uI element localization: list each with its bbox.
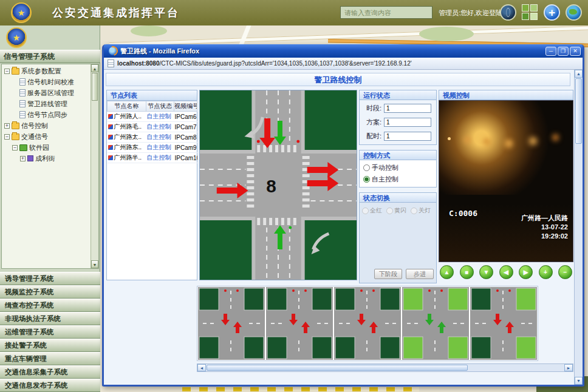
scroll-left-icon[interactable]: ◄ bbox=[197, 364, 206, 371]
subsystem-item[interactable]: 缉查布控子系统 bbox=[0, 299, 100, 312]
sidebar-system-title[interactable]: 信号管理子系统 bbox=[0, 50, 100, 63]
subsystem-item[interactable]: 接处警子系统 bbox=[0, 339, 100, 352]
firefox-window: 警卫路线 - Mozilla Firefox ─ ❐ ✕ localhost:8… bbox=[102, 44, 584, 387]
expand-icon[interactable]: + bbox=[4, 123, 10, 129]
node-name-cell: 广州路人.. bbox=[108, 112, 146, 122]
header-icons: + bbox=[500, 4, 582, 21]
scroll-up-icon[interactable]: ▲ bbox=[91, 64, 98, 72]
node-name-cell: 广州路东.. bbox=[108, 143, 146, 153]
page-title: 警卫路线控制 bbox=[106, 73, 570, 86]
left-arrow-icon: ◀ bbox=[504, 269, 508, 275]
sidebar: ★ 信号管理子系统 −系统参数配置信号机时间校准服务器区域管理警卫路线管理信号节… bbox=[0, 25, 100, 392]
node-status-cell[interactable]: 自主控制 bbox=[146, 143, 174, 153]
next-phase-button[interactable]: 下阶段 bbox=[374, 269, 402, 279]
doc-icon bbox=[19, 111, 26, 118]
folder-green-icon bbox=[19, 144, 27, 151]
state-radio bbox=[386, 208, 393, 214]
map-green-area bbox=[131, 25, 167, 36]
tree-scrollbar[interactable]: ▲ ▼ bbox=[91, 64, 98, 268]
node-name-cell: 广州路毛.. bbox=[108, 122, 146, 132]
phase-thumbnail[interactable] bbox=[198, 287, 265, 360]
page-icon bbox=[108, 59, 114, 67]
node-row[interactable]: 广州路人.. 自主控制 IPCam6 bbox=[108, 112, 197, 122]
tree-item[interactable]: −软件园 bbox=[2, 142, 91, 153]
up-arrow-icon: ▲ bbox=[444, 269, 450, 275]
subsystem-item[interactable]: 交通信息发布子系统 bbox=[0, 379, 100, 392]
tree-item[interactable]: +信号控制 bbox=[2, 120, 91, 131]
phase-thumbnail[interactable] bbox=[266, 287, 333, 360]
node-status-cell[interactable]: 自主控制 bbox=[146, 122, 174, 132]
period-input[interactable] bbox=[384, 104, 431, 113]
collapse-icon[interactable]: − bbox=[4, 134, 10, 140]
control-mode-radio[interactable] bbox=[363, 164, 370, 171]
control-mode-option[interactable]: 手动控制 bbox=[363, 163, 432, 172]
tree-item[interactable]: 警卫路线管理 bbox=[2, 98, 91, 109]
vscroll-thumb[interactable] bbox=[575, 78, 582, 144]
phase-thumbnail[interactable] bbox=[470, 287, 537, 360]
horizontal-scrollbar[interactable]: ◄ ► bbox=[197, 363, 573, 372]
subsystem-item[interactable]: 诱导管理子系统 bbox=[0, 272, 100, 285]
period-label: 时段: bbox=[362, 104, 381, 113]
minimize-button[interactable]: ─ bbox=[545, 47, 556, 56]
expand-icon[interactable]: + bbox=[20, 156, 26, 161]
ptz-zoom-out-button[interactable]: − bbox=[558, 265, 572, 279]
earth-icon[interactable] bbox=[566, 4, 582, 21]
collapse-icon[interactable]: − bbox=[4, 69, 10, 74]
phase-thumbnail[interactable] bbox=[334, 287, 401, 360]
node-row[interactable]: 广州路东.. 自主控制 IPCam9 bbox=[108, 143, 197, 153]
ptz-stop-button[interactable]: ■ bbox=[460, 265, 474, 279]
add-icon[interactable]: + bbox=[544, 4, 560, 21]
map-road bbox=[182, 387, 419, 391]
scroll-up-icon[interactable]: ▲ bbox=[575, 70, 583, 78]
ptz-up-arrow-button[interactable]: ▲ bbox=[440, 265, 454, 279]
tree-item[interactable]: +成利街 bbox=[2, 153, 91, 164]
tree-item[interactable]: 信号机时间校准 bbox=[2, 76, 91, 87]
subsystem-item[interactable]: 视频监控子系统 bbox=[0, 285, 100, 299]
state-switch-header: 状态切换 bbox=[359, 192, 437, 203]
globe-icon[interactable] bbox=[500, 4, 516, 21]
node-status-cell[interactable]: 自主控制 bbox=[146, 153, 174, 163]
subsystem-item[interactable]: 运维管理子系统 bbox=[0, 325, 100, 339]
scroll-down-icon[interactable]: ▼ bbox=[91, 260, 98, 268]
scroll-down-icon[interactable]: ▼ bbox=[575, 377, 583, 385]
node-row[interactable]: 广州路半.. 自主控制 IPCam10 bbox=[108, 153, 197, 163]
control-mode-option[interactable]: 自主控制 bbox=[363, 175, 432, 184]
node-video-cell: IPCam9 bbox=[174, 143, 197, 153]
tree-item[interactable]: −系统参数配置 bbox=[2, 66, 91, 76]
hscroll-thumb[interactable] bbox=[207, 365, 468, 371]
collapse-icon[interactable]: − bbox=[12, 145, 18, 150]
screen: { "colors": {"accent_blue": "#2255cc", "… bbox=[0, 0, 588, 392]
intersection-svg: 8 bbox=[200, 90, 357, 280]
tree-item[interactable]: 信号节点同步 bbox=[2, 109, 91, 120]
tree-scroll-thumb[interactable] bbox=[92, 73, 98, 101]
ptz-down-arrow-button[interactable]: ▼ bbox=[479, 265, 493, 279]
subsystem-item[interactable]: 非现场执法子系统 bbox=[0, 312, 100, 325]
doc-icon bbox=[19, 89, 26, 96]
search-input[interactable] bbox=[340, 6, 432, 19]
ptz-left-arrow-button[interactable]: ◀ bbox=[499, 265, 513, 279]
url-bar[interactable]: localhost:8080/CTC-MICS/libs/utes/guard.… bbox=[104, 58, 583, 70]
subsystem-item[interactable]: 重点车辆管理 bbox=[0, 352, 100, 365]
subsystem-item[interactable]: 交通信息采集子系统 bbox=[0, 365, 100, 379]
scroll-right-icon[interactable]: ► bbox=[564, 364, 573, 371]
timing-input[interactable] bbox=[384, 132, 431, 141]
apps-grid-icon[interactable] bbox=[522, 4, 538, 21]
node-name-cell: 广州路太.. bbox=[108, 132, 146, 143]
node-row[interactable]: 广州路毛.. 自主控制 IPCam7 bbox=[108, 122, 197, 132]
node-status-cell[interactable]: 自主控制 bbox=[146, 112, 174, 122]
intersection-diagram: 8 bbox=[199, 90, 357, 280]
close-button[interactable]: ✕ bbox=[570, 47, 581, 56]
node-status-cell[interactable]: 自主控制 bbox=[146, 132, 174, 143]
maximize-button[interactable]: ❐ bbox=[558, 47, 569, 56]
node-row[interactable]: 广州路太.. 自主控制 IPCam8 bbox=[108, 132, 197, 143]
ptz-zoom-in-button[interactable]: + bbox=[539, 265, 553, 279]
ptz-right-arrow-button[interactable]: ▶ bbox=[519, 265, 533, 279]
phase-thumbnail[interactable] bbox=[402, 287, 469, 360]
tree-item[interactable]: −交通信号 bbox=[2, 131, 91, 142]
vertical-scrollbar[interactable]: ▲ ▼ bbox=[574, 70, 583, 385]
window-titlebar[interactable]: 警卫路线 - Mozilla Firefox ─ ❐ ✕ bbox=[104, 44, 583, 58]
step-button[interactable]: 步进 bbox=[406, 269, 434, 279]
tree-item[interactable]: 服务器区域管理 bbox=[2, 87, 91, 98]
control-mode-radio[interactable] bbox=[363, 176, 370, 183]
plan-input[interactable] bbox=[384, 118, 431, 127]
